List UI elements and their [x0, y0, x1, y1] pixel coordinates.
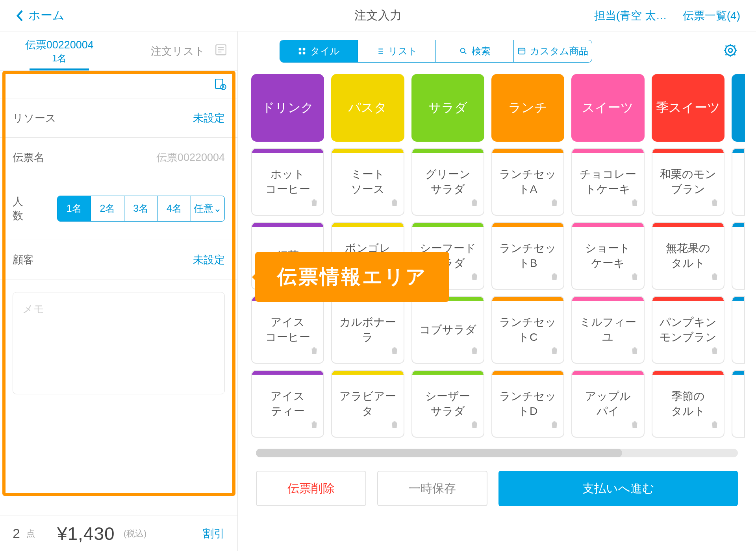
search-icon — [459, 47, 468, 55]
slip-name-row[interactable]: 伝票名 伝票00220004 — [0, 138, 237, 177]
people-label: 人数 — [13, 194, 33, 223]
scroll-bar[interactable] — [256, 449, 738, 457]
product-name: ランチセッ トB — [499, 241, 556, 271]
people-option-4[interactable]: 任意⌄ — [191, 196, 224, 221]
proceed-payment-button[interactable]: 支払いへ進む — [498, 471, 738, 506]
slip-name-value: 伝票00220004 — [156, 150, 225, 165]
view-list[interactable]: リスト — [358, 40, 436, 62]
product-card[interactable]: ランチセッ トD — [491, 370, 564, 438]
category-more[interactable] — [732, 74, 745, 142]
product-more[interactable] — [732, 370, 745, 438]
view-tile[interactable]: タイル — [280, 40, 358, 62]
svg-rect-1 — [215, 79, 223, 89]
product-name: ランチセッ トD — [499, 389, 556, 419]
product-card[interactable]: アラビアー タ — [331, 370, 404, 438]
save-draft-button[interactable]: 一時保存 — [377, 471, 487, 506]
product-card[interactable]: ランチセッ トA — [491, 148, 564, 216]
product-card[interactable]: ランチセッ トC — [491, 296, 564, 364]
product-name: ランチセッ トC — [499, 315, 556, 345]
category-3[interactable]: ランチ — [491, 74, 564, 142]
tab-slip-label: 伝票00220004 — [25, 38, 94, 52]
product-card[interactable]: アップル パイ — [571, 370, 644, 438]
bag-icon — [309, 197, 319, 212]
gear-icon — [723, 43, 738, 58]
bag-icon — [469, 271, 480, 286]
product-card[interactable]: 和栗のモン ブラン — [652, 148, 724, 216]
product-card[interactable]: アイス コーヒー — [251, 296, 324, 364]
product-name: カルボナー ラ — [339, 315, 396, 345]
product-card[interactable]: ランチセッ トB — [491, 222, 564, 290]
bag-icon — [469, 419, 480, 434]
discount-button[interactable]: 割引 — [203, 526, 225, 541]
product-name: グリーン サラダ — [425, 167, 471, 197]
page-title: 注文入力 — [354, 7, 402, 24]
product-card[interactable]: ショート ケーキ — [571, 222, 644, 290]
bag-icon — [389, 197, 400, 212]
category-0[interactable]: ドリンク — [251, 74, 324, 142]
product-name: 季節の タルト — [671, 389, 705, 419]
view-search[interactable]: 検索 — [436, 40, 514, 62]
back-button[interactable]: ホーム — [16, 7, 65, 24]
category-4[interactable]: スイーツ — [571, 74, 644, 142]
product-name: アイス コーヒー — [265, 315, 310, 345]
svg-rect-3 — [299, 48, 301, 50]
category-5[interactable]: 季スイーツ — [652, 74, 724, 142]
product-card[interactable]: ミルフィー ユ — [571, 296, 644, 364]
bag-icon — [549, 345, 560, 360]
bag-icon — [469, 345, 480, 360]
resource-row[interactable]: リソース 未設定 — [0, 98, 237, 138]
customer-row[interactable]: 顧客 未設定 — [0, 240, 237, 279]
product-name: アップル パイ — [585, 389, 631, 419]
product-card[interactable]: チョコレー トケーキ — [571, 148, 644, 216]
product-more[interactable] — [732, 148, 745, 216]
tab-order-list[interactable]: 注文リスト — [119, 31, 238, 70]
staff-link[interactable]: 担当(青空 太… — [594, 8, 667, 23]
svg-rect-8 — [519, 48, 525, 54]
product-card[interactable]: 季節の タルト — [652, 370, 724, 438]
slips-link[interactable]: 伝票一覧(4) — [683, 8, 740, 23]
category-2[interactable]: サラダ — [411, 74, 484, 142]
people-option-2[interactable]: 3名 — [124, 196, 158, 221]
product-name: 無花果の タルト — [666, 241, 710, 271]
people-option-3[interactable]: 4名 — [158, 196, 191, 221]
bag-icon — [309, 345, 319, 360]
category-1[interactable]: パスタ — [331, 74, 404, 142]
bag-icon — [630, 345, 640, 360]
svg-point-7 — [460, 48, 465, 53]
product-card[interactable]: 無花果の タルト — [652, 222, 724, 290]
product-card[interactable]: グリーン サラダ — [411, 148, 484, 216]
view-segment: タイル リスト 検索 カスタム商品 — [280, 40, 592, 63]
people-option-1[interactable]: 2名 — [91, 196, 124, 221]
product-card[interactable]: ミート ソース — [331, 148, 404, 216]
bag-icon — [630, 197, 640, 212]
delete-slip-button[interactable]: 伝票削除 — [256, 471, 366, 506]
bag-icon — [710, 419, 720, 434]
tile-icon — [298, 47, 306, 55]
chevron-left-icon — [16, 10, 24, 22]
product-card[interactable]: コブサラダ — [411, 296, 484, 364]
settings-button[interactable] — [723, 43, 738, 59]
view-custom[interactable]: カスタム商品 — [514, 40, 592, 62]
product-name: ミート ソース — [351, 167, 385, 197]
product-more[interactable] — [732, 296, 745, 364]
product-card[interactable]: カルボナー ラ — [331, 296, 404, 364]
product-name: チョコレー トケーキ — [580, 167, 636, 197]
product-card[interactable]: パンプキン モンブラン — [652, 296, 724, 364]
box-icon — [517, 47, 526, 55]
product-card[interactable]: ホット コーヒー — [251, 148, 324, 216]
memo-field[interactable]: メモ — [13, 292, 225, 394]
svg-point-10 — [728, 48, 732, 52]
product-card[interactable]: アイス ティー — [251, 370, 324, 438]
bag-icon — [549, 197, 560, 212]
total-price: ¥1,430 — [57, 523, 115, 544]
product-name: コブサラダ — [419, 322, 476, 337]
tab-slip-info[interactable]: 伝票00220004 1名 — [0, 31, 119, 70]
people-option-0[interactable]: 1名 — [57, 196, 91, 221]
product-more[interactable] — [732, 222, 745, 290]
tax-label: (税込) — [124, 528, 147, 540]
product-card[interactable]: シーザー サラダ — [411, 370, 484, 438]
bag-icon — [549, 271, 560, 286]
slip-settings-icon[interactable] — [214, 78, 226, 92]
customer-label: 顧客 — [13, 253, 34, 267]
tab-order-label: 注文リスト — [151, 44, 205, 58]
